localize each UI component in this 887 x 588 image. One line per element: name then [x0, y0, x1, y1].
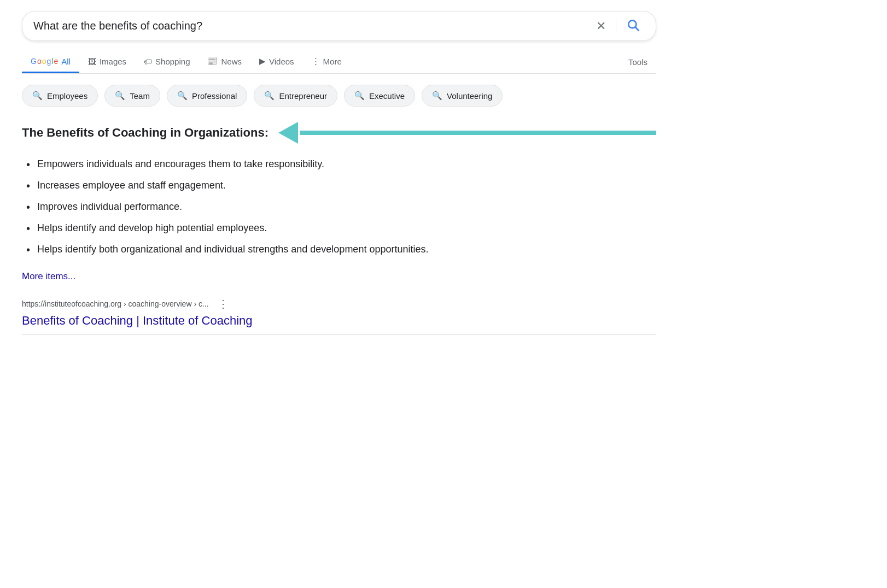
list-item: Empowers individuals and encourages them… [22, 154, 656, 175]
source-url: https://instituteofcoaching.org › coachi… [22, 299, 209, 308]
bottom-divider [22, 334, 656, 335]
chip-search-icon-employees: 🔍 [32, 91, 43, 101]
chip-executive[interactable]: 🔍 Executive [344, 85, 415, 107]
chip-entrepreneur[interactable]: 🔍 Entrepreneur [254, 85, 337, 107]
images-icon: 🖼 [88, 57, 96, 66]
chip-search-icon-entrepreneur: 🔍 [264, 91, 275, 101]
divider [616, 19, 616, 34]
tab-all-label: All [61, 57, 71, 66]
list-item: Helps identify both organizational and i… [22, 239, 656, 260]
arrow-line [300, 131, 656, 135]
result-title-link[interactable]: Benefits of Coaching | Institute of Coac… [22, 314, 656, 328]
chip-search-icon-volunteering: 🔍 [432, 91, 442, 101]
all-icon: Google [31, 57, 58, 66]
chip-team[interactable]: 🔍 Team [104, 85, 160, 107]
benefit-list: Empowers individuals and encourages them… [22, 154, 656, 260]
more-icon: ⋮ [312, 56, 320, 66]
arrow-annotation [278, 122, 656, 144]
arrow-head [278, 122, 298, 144]
news-icon: 📰 [207, 56, 218, 66]
source-menu-button[interactable]: ⋮ [215, 297, 231, 310]
tab-images-label: Images [100, 57, 126, 66]
chip-executive-label: Executive [369, 91, 405, 101]
videos-icon: ▶ [259, 56, 266, 66]
tab-all[interactable]: Google All [22, 51, 79, 73]
search-button[interactable] [622, 18, 645, 34]
svg-line-1 [635, 27, 639, 31]
nav-tabs: Google All 🖼 Images 🏷 Shopping 📰 News ▶ … [22, 51, 656, 74]
list-item: Helps identify and develop high potentia… [22, 217, 656, 239]
chip-volunteering[interactable]: 🔍 Volunteering [422, 85, 503, 107]
more-items-link[interactable]: More items... [22, 271, 656, 282]
suggestion-chips: 🔍 Employees 🔍 Team 🔍 Professional 🔍 Entr… [22, 85, 656, 107]
shopping-icon: 🏷 [144, 57, 152, 66]
featured-result: The Benefits of Coaching in Organization… [22, 122, 656, 335]
chip-employees-label: Employees [47, 91, 87, 101]
tab-more-label: More [323, 57, 342, 66]
chip-volunteering-label: Volunteering [447, 91, 492, 101]
tab-news-label: News [221, 57, 242, 66]
chip-employees[interactable]: 🔍 Employees [22, 85, 98, 107]
chip-professional-label: Professional [192, 91, 237, 101]
close-icon: ✕ [596, 19, 606, 33]
tab-shopping-label: Shopping [155, 57, 190, 66]
list-item: Improves individual performance. [22, 196, 656, 217]
tab-videos[interactable]: ▶ Videos [250, 51, 303, 73]
chip-entrepreneur-label: Entrepreneur [279, 91, 327, 101]
tab-shopping[interactable]: 🏷 Shopping [135, 51, 199, 73]
chip-search-icon-executive: 🔍 [354, 91, 365, 101]
tab-videos-label: Videos [269, 57, 294, 66]
ellipsis-icon: ⋮ [218, 298, 229, 310]
chip-search-icon-team: 🔍 [115, 91, 125, 101]
result-heading: The Benefits of Coaching in Organization… [22, 126, 269, 140]
tab-news[interactable]: 📰 News [199, 51, 250, 73]
list-item: Increases employee and staff engagement. [22, 175, 656, 196]
tab-images[interactable]: 🖼 Images [79, 51, 135, 73]
source-row: https://instituteofcoaching.org › coachi… [22, 297, 656, 310]
tab-more[interactable]: ⋮ More [303, 51, 351, 73]
search-bar: ✕ [22, 11, 656, 41]
heading-row: The Benefits of Coaching in Organization… [22, 122, 656, 144]
chip-search-icon-professional: 🔍 [177, 91, 188, 101]
chip-team-label: Team [130, 91, 150, 101]
search-icon [626, 18, 640, 32]
chip-professional[interactable]: 🔍 Professional [167, 85, 248, 107]
clear-button[interactable]: ✕ [592, 19, 610, 33]
tools-button[interactable]: Tools [620, 52, 656, 72]
search-input[interactable] [33, 20, 586, 32]
